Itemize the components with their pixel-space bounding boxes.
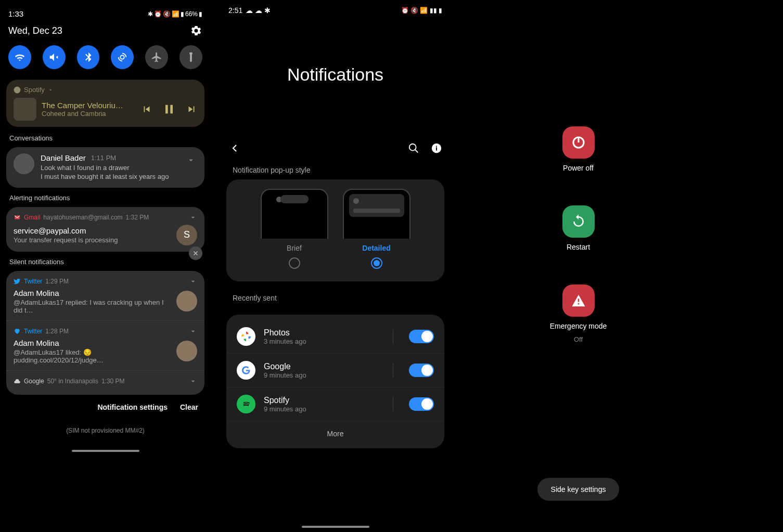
power-off-button[interactable]: Power off <box>562 126 595 172</box>
svg-point-1 <box>14 86 21 93</box>
info-button[interactable] <box>431 142 442 154</box>
silent-notifications-group: Twitter 1:29 PM Adam Molina @AdamLukas17… <box>6 271 204 395</box>
status-left-icons: ☁ ☁ ✱ <box>246 6 271 15</box>
shade-header: Wed, Dec 23 <box>0 22 211 42</box>
recent-app-row[interactable]: Spotify 9 minutes ago <box>226 387 444 421</box>
status-time: 2:51 <box>228 6 242 15</box>
expand-button[interactable] <box>185 153 197 165</box>
power-off-label: Power off <box>563 164 594 172</box>
emergency-icon <box>562 284 595 317</box>
restart-label: Restart <box>567 243 590 251</box>
recently-sent-card: Photos 3 minutes ago Google 9 minutes ag… <box>226 315 444 448</box>
battery-icon: ▮ <box>199 10 202 18</box>
recent-app-row[interactable]: Photos 3 minutes ago <box>226 320 444 354</box>
conversations-label: Conversations <box>0 130 211 145</box>
battery-pct: 66% <box>185 10 198 18</box>
sim-status: (SIM not provisioned MM#2) <box>0 418 211 450</box>
notification-time: 1:32 PM <box>126 214 149 221</box>
mute-icon: 🔇 <box>163 10 171 18</box>
gmail-notification[interactable]: Gmail hayatohuseman@gmail.com 1:32 PM se… <box>6 207 204 252</box>
bluetooth-icon: ✱ <box>148 10 153 18</box>
toggle-switch[interactable] <box>409 397 434 411</box>
twitter-like-icon <box>14 328 21 335</box>
page-title: Notifications <box>217 18 454 142</box>
avatar <box>14 153 34 174</box>
media-header[interactable]: Spotify <box>14 86 197 94</box>
radio-unselected[interactable] <box>289 257 300 269</box>
chevron-down-icon[interactable] <box>189 213 197 222</box>
radio-selected[interactable] <box>371 257 382 269</box>
chevron-down-icon[interactable] <box>189 327 197 335</box>
app-name: Twitter <box>24 328 42 335</box>
qs-airplane[interactable] <box>145 45 168 69</box>
restart-button[interactable]: Restart <box>562 205 595 251</box>
track-info: The Camper Velouriu… Coheed and Cambria <box>42 101 136 118</box>
twitter-icon <box>14 278 21 285</box>
track-title: The Camper Velouriu… <box>42 101 136 110</box>
back-button[interactable] <box>228 142 241 154</box>
popup-style-label: Notification pop-up style <box>217 163 454 179</box>
twitter-notification[interactable]: Twitter 1:28 PM Adam Molina @AdamLukas17… <box>6 320 204 370</box>
qs-flashlight[interactable] <box>179 45 202 69</box>
wifi-icon: 📶 <box>172 10 179 18</box>
nav-handle[interactable] <box>72 450 139 452</box>
power-off-icon <box>562 126 595 159</box>
emergency-label: Emergency mode <box>550 322 607 330</box>
pause-button[interactable] <box>162 102 176 116</box>
notification-time: 1:11 PM <box>91 154 116 162</box>
gmail-icon <box>14 214 21 221</box>
power-menu: Power off Restart Emergency mode Off <box>460 0 697 532</box>
notification-settings-button[interactable]: Notification settings <box>97 403 168 411</box>
avatar <box>176 341 197 361</box>
weather-text: 50° in Indianapolis <box>47 378 98 385</box>
recent-app-row[interactable]: Google 9 minutes ago <box>226 354 444 387</box>
notification-title: Adam Molina <box>14 289 171 297</box>
media-player-card[interactable]: Spotify The Camper Velouriu… Coheed and … <box>6 80 204 127</box>
alerting-label: Alerting notifications <box>0 190 211 205</box>
app-name: Spotify <box>264 396 384 405</box>
toggle-switch[interactable] <box>409 330 434 343</box>
twitter-notification[interactable]: Twitter 1:29 PM Adam Molina @AdamLukas17… <box>6 271 204 320</box>
svg-point-0 <box>121 55 124 59</box>
side-key-settings-button[interactable]: Side key settings <box>537 478 620 501</box>
qs-mute[interactable] <box>43 45 66 69</box>
album-art <box>14 98 36 121</box>
more-button[interactable]: More <box>226 421 444 443</box>
notification-time: 1:29 PM <box>45 278 69 285</box>
prev-button[interactable] <box>141 103 152 115</box>
app-name: Google <box>264 362 384 371</box>
chevron-down-icon[interactable] <box>189 377 197 385</box>
photos-icon <box>237 327 255 346</box>
notification-app-row: Gmail hayatohuseman@gmail.com 1:32 PM <box>14 213 197 222</box>
emergency-button[interactable]: Emergency mode Off <box>550 284 607 343</box>
google-notification[interactable]: Google 50° in Indianapolis 1:30 PM <box>6 370 204 395</box>
cloud-icon <box>14 378 21 385</box>
conversation-notification[interactable]: Daniel Bader 1:11 PM Look what I found i… <box>6 147 204 188</box>
qs-rotate[interactable] <box>111 45 134 69</box>
toolbar <box>217 142 454 163</box>
notification-body: @AdamLukas17 replied: I was cracking up … <box>14 299 171 314</box>
settings-gear-button[interactable] <box>190 24 202 37</box>
notification-time: 1:30 PM <box>101 378 125 385</box>
app-name: Gmail <box>24 214 40 221</box>
search-button[interactable] <box>408 142 419 154</box>
nav-handle[interactable] <box>302 526 369 528</box>
alarm-icon: ⏰ <box>154 10 162 18</box>
contact-name: Daniel Bader <box>41 153 86 162</box>
toggle-switch[interactable] <box>409 364 434 377</box>
style-brief-option[interactable]: Brief <box>261 189 328 269</box>
recently-sent-label: Recently sent <box>217 291 454 307</box>
clear-button[interactable]: Clear <box>180 403 198 411</box>
media-app-name: Spotify <box>24 86 45 94</box>
chevron-down-icon[interactable] <box>189 277 197 286</box>
google-icon <box>237 361 255 380</box>
dismiss-silent-button[interactable] <box>189 246 202 260</box>
search-icon <box>408 142 419 154</box>
style-detailed-option[interactable]: Detailed <box>343 189 410 269</box>
avatar <box>176 291 197 312</box>
qs-bluetooth[interactable] <box>77 45 100 69</box>
status-time: 1:33 <box>8 9 23 18</box>
date-label: Wed, Dec 23 <box>8 25 62 36</box>
next-button[interactable] <box>186 103 197 115</box>
qs-wifi[interactable] <box>8 45 31 69</box>
